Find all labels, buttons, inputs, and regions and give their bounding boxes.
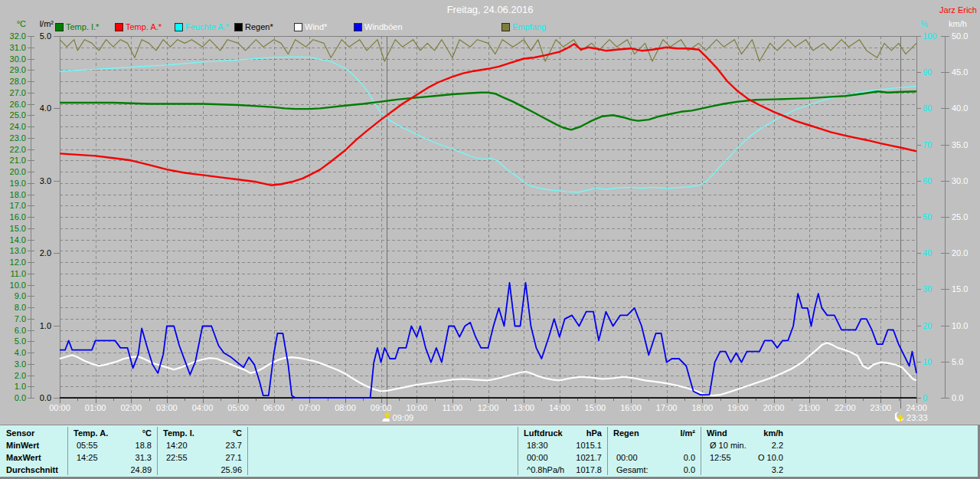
cell-luftdruck-value: 1021.7 [518,452,602,463]
cell-regen-value: 0.0 [607,464,695,475]
cell-regen-value: 0.0 [607,452,695,463]
temp-tick-label: 24.0 [0,123,26,131]
time-tick-label: 13:00 [508,404,539,412]
temp-tick-label: 4.0 [0,349,26,357]
wind-tick-label: 10.0 [952,322,968,330]
time-tick-label: 22:00 [830,404,861,412]
time-tick-label: 10:00 [401,404,432,412]
time-tick-label: 21:00 [794,404,825,412]
rain-tick-label: 5.0 [0,32,51,41]
time-tick-label: 15:00 [580,404,610,412]
time-tick-label: 18:00 [687,404,717,412]
rain-tick-label: 1.0 [0,322,51,330]
col-unit-temp-a: °C [67,428,152,438]
moon-arrow-icon [895,411,905,422]
temp-tick-label: 10.0 [0,281,26,290]
cell-wind-value: 2.2 [701,440,783,451]
temp-tick-label: 8.0 [0,303,26,312]
wind-tick-label: 20.0 [952,249,968,258]
row-label-sensor: Sensor [6,428,34,438]
wind-tick-label: 50.0 [952,32,968,41]
time-tick-label: 11:00 [437,404,468,412]
time-tick-label: 04:00 [188,404,218,412]
col-unit-wind: km/h [701,428,783,438]
weather-chart-region: Freitag, 24.06.2016 Jarz Erich °C l/m² %… [0,0,980,425]
temp-tick-label: 28.0 [0,77,26,86]
humidity-tick-label: 30 [923,285,932,294]
humidity-tick-label: 50 [923,213,932,221]
marker-time-label: 23:33 [906,413,928,422]
temp-tick-label: 3.0 [0,360,26,369]
col-unit-temp-i: °C [157,428,242,438]
wind-tick-label: 45.0 [952,68,968,77]
cell-wind-value: O 10.0 [701,452,783,463]
humidity-tick-label: 40 [923,249,932,258]
time-tick-label: 20:00 [759,404,789,412]
humidity-tick-label: 100 [923,32,936,41]
temp-tick-label: 27.0 [0,89,26,97]
time-tick-label: 05:00 [223,404,253,412]
cell-temp-a-value: 31.3 [67,452,152,463]
humidity-tick-label: 10 [923,358,932,366]
time-tick-label: 01:00 [80,404,111,412]
chart-svg [0,0,980,425]
temp-tick-label: 12.0 [0,258,26,267]
temp-tick-label: 21.0 [0,156,26,165]
humidity-tick-label: 70 [923,141,932,149]
wind-tick-label: 15.0 [952,285,968,294]
cell-temp-a-value: 24.89 [67,464,152,475]
marker-time-label: 09:09 [393,413,414,422]
time-tick-label: 17:00 [652,404,682,412]
time-tick-label: 06:00 [259,404,289,412]
humidity-tick-label: 80 [923,104,932,113]
temp-tick-label: 29.0 [0,66,26,74]
stats-table: SensorMinWertMaxWertDurchschnittTemp. A.… [0,425,980,479]
temp-tick-label: 20.0 [0,168,26,176]
cell-luftdruck-value: 1017.8 [518,464,602,475]
rain-tick-label: 4.0 [0,104,51,113]
series-feuchte-a-line [60,57,916,192]
temp-tick-label: 30.0 [0,55,26,64]
rain-tick-label: 0.0 [0,394,51,402]
series-temp-i-line [60,91,916,130]
temp-tick-label: 14.0 [0,236,26,244]
humidity-tick-label: 0 [923,394,927,402]
cell-temp-i-value: 27.1 [157,452,242,463]
humidity-tick-label: 20 [923,322,932,330]
rain-tick-label: 2.0 [0,249,51,258]
cell-wind-value: 3.2 [701,464,783,475]
time-tick-label: 14:00 [544,404,575,412]
col-unit-regen: l/m² [607,428,695,438]
time-tick-label: 23:00 [865,404,896,412]
temp-tick-label: 23.0 [0,134,26,143]
table-separator [247,427,248,475]
time-tick-label: 00:00 [44,404,75,412]
row-label-maxwert: MaxWert [6,452,41,463]
row-label-minwert: MinWert [6,440,39,451]
wind-tick-label: 35.0 [952,141,968,149]
temp-tick-label: 15.0 [0,225,26,233]
time-tick-label: 02:00 [116,404,146,412]
time-tick-label: 24:00 [901,404,932,412]
temp-tick-label: 18.0 [0,191,26,199]
humidity-tick-label: 90 [923,68,932,77]
time-tick-label: 12:00 [473,404,504,412]
cell-luftdruck-value: 1015.1 [518,440,602,451]
wind-tick-label: 40.0 [952,104,968,113]
series-empfang-line [60,40,916,61]
temp-tick-label: 1.0 [0,382,26,391]
temp-tick-label: 22.0 [0,146,26,154]
wind-tick-label: 25.0 [952,213,968,221]
wind-tick-label: 0.0 [952,394,963,402]
time-tick-label: 16:00 [616,404,646,412]
sun-arrow-icon [381,411,391,422]
temp-tick-label: 17.0 [0,202,26,210]
temp-tick-label: 11.0 [0,270,26,278]
temp-tick-label: 31.0 [0,44,26,52]
series-temp-a-line [60,44,916,185]
cell-temp-i-value: 23.7 [157,440,242,451]
wind-tick-label: 30.0 [952,177,968,185]
temp-tick-label: 5.0 [0,337,26,346]
humidity-tick-label: 60 [923,177,932,185]
time-tick-label: 07:00 [294,404,325,412]
